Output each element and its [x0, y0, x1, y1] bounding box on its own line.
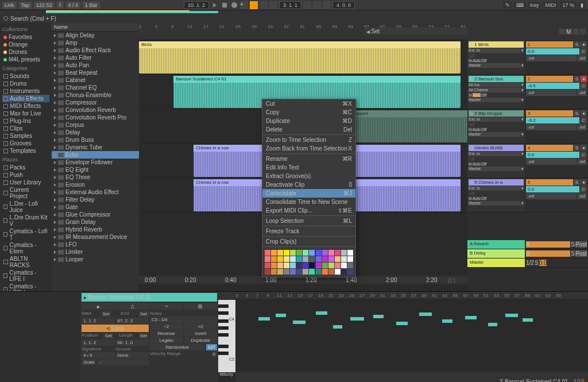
midi-note[interactable]: [442, 319, 452, 323]
randomize-value[interactable]: 127: [206, 344, 217, 350]
midi-ruler[interactable]: 3579111315171921232527293133353739414345…: [218, 292, 588, 300]
draw-mode-icon[interactable]: ✎: [503, 2, 512, 9]
browser-item[interactable]: Amp: [52, 39, 139, 47]
place-folder-5[interactable]: ABLTN RACKS: [2, 255, 49, 269]
beat-ruler[interactable]: 159131721252933374145495357616569737781 …: [139, 23, 467, 40]
place-folder-3[interactable]: Cymatics - Lofi T: [2, 227, 49, 241]
collection-drones[interactable]: Drones: [2, 48, 49, 56]
half-time-button[interactable]: ÷2: [150, 323, 183, 330]
browser-item[interactable]: Convolution Reverb: [52, 106, 139, 114]
browser-item[interactable]: Grain Delay: [52, 218, 139, 226]
place-folder-6[interactable]: Cymatics - LIFE I: [2, 269, 49, 283]
mixer-track-1[interactable]: ⊙ 1 BirdsExt. In▾1/2InAutoOffMaster▾1S●0…: [467, 40, 588, 75]
browser-item[interactable]: Beat Repeat: [52, 69, 139, 76]
loop-switch-icon[interactable]: [313, 1, 321, 9]
category-instruments[interactable]: Instruments: [2, 87, 49, 95]
menu-item[interactable]: Export MIDI Clip...⇧⌘E: [262, 206, 355, 215]
randomize-button[interactable]: Randomize: [150, 344, 205, 350]
menu-item[interactable]: Cut⌘X: [262, 99, 355, 108]
metronome-icon[interactable]: ⦀: [57, 1, 64, 9]
quantize-menu[interactable]: 1 Bar: [83, 2, 100, 9]
menu-item[interactable]: Freeze Track: [262, 227, 355, 236]
velocity-range-value[interactable]: 0: [211, 351, 217, 357]
category-templates[interactable]: Templates: [2, 147, 49, 155]
menu-item[interactable]: DeleteDel: [262, 125, 355, 134]
stop-button[interactable]: [220, 1, 229, 9]
place-current-project[interactable]: Current Project: [2, 186, 49, 200]
clip-title[interactable]: ▸ Bansuri Sustained C4 01: [82, 293, 217, 302]
play-button[interactable]: [211, 1, 219, 9]
computer-keyboard-icon[interactable]: ⌨: [514, 2, 526, 9]
color-picker[interactable]: [262, 248, 355, 277]
midi-note[interactable]: [276, 314, 286, 317]
midi-note[interactable]: [488, 323, 497, 326]
category-plug-ins[interactable]: Plug-Ins: [2, 117, 49, 125]
time-signature[interactable]: 4 / 4: [66, 2, 81, 9]
menu-item[interactable]: Duplicate⌘D: [262, 117, 355, 125]
arrangement-position[interactable]: 10. 1. 2: [184, 1, 209, 9]
collection-favorites[interactable]: Favorites: [2, 33, 49, 41]
midi-note[interactable]: [419, 312, 432, 316]
browser-item[interactable]: Compressor: [52, 99, 139, 106]
place-push[interactable]: Push: [2, 171, 49, 179]
category-audio-effects[interactable]: Audio Effects: [2, 95, 49, 102]
loop-start[interactable]: 3. 1. 1: [279, 1, 301, 9]
link-button[interactable]: Link: [2, 2, 17, 9]
browser-name-header[interactable]: Name: [52, 23, 139, 32]
place-folder-1[interactable]: L.Dre - Lofi Juice: [2, 200, 49, 214]
browser-item[interactable]: Echo: [52, 151, 139, 159]
mixer-track-3[interactable]: ⊙ 3 Blip DroppeExt. In▾1/2InAutoOffMaste…: [467, 109, 588, 144]
mixer-track-4[interactable]: ⊙ chimes BUBBExt. In▾1/2InAutoOffMaster▾…: [467, 144, 588, 178]
browser-item[interactable]: Drum Buss: [52, 136, 139, 144]
midi-note[interactable]: [396, 322, 408, 325]
midi-note[interactable]: [293, 321, 305, 324]
signature-value[interactable]: 4 / 4: [82, 352, 115, 358]
menu-item[interactable]: Copy⌘C: [262, 108, 355, 117]
loop-length[interactable]: 4. 0. 0: [332, 1, 355, 9]
grid-resolution[interactable]: 1/16: [574, 379, 585, 382]
browser-item[interactable]: Glue Compressor: [52, 211, 139, 218]
loop-position[interactable]: 1. 1. 2: [82, 339, 115, 346]
collection-orange[interactable]: Orange: [2, 41, 49, 48]
browser-item[interactable]: Dynamic Tube: [52, 144, 139, 151]
invert-button[interactable]: Invert: [184, 330, 218, 337]
midi-note[interactable]: [465, 316, 477, 319]
browser-search[interactable]: Search (Cmd + F): [0, 14, 588, 23]
menu-item[interactable]: Edit Info Text: [262, 163, 355, 172]
browser-item[interactable]: Align Delay: [52, 32, 139, 39]
midi-note[interactable]: [505, 314, 518, 317]
midi-note[interactable]: [258, 317, 270, 321]
set-end-button[interactable]: Set: [138, 311, 149, 317]
category-clips[interactable]: Clips: [2, 125, 49, 132]
place-folder-2[interactable]: L.Dre Drum Kit V: [2, 214, 49, 227]
piano-roll-keys[interactable]: C4 C3: [218, 300, 235, 372]
menu-item[interactable]: Zoom Back from Time SelectionX: [262, 144, 355, 153]
place-packs[interactable]: Packs: [2, 164, 49, 171]
browser-item[interactable]: Corpus: [52, 121, 139, 129]
clip-tab-2[interactable]: ♫: [115, 303, 149, 310]
category-drums[interactable]: Drums: [2, 80, 49, 87]
place-folder-7[interactable]: Cymatics - LIFE /: [2, 283, 49, 291]
arrangement-overview[interactable]: [0, 10, 588, 14]
browser-item[interactable]: Convolution Reverb Pro: [52, 114, 139, 121]
browser-item[interactable]: Channel EQ: [52, 84, 139, 91]
browser-item[interactable]: LFO: [52, 241, 139, 248]
return-b[interactable]: B Delay BSPost: [467, 249, 588, 258]
menu-item[interactable]: Deactivate Clip0: [262, 180, 355, 189]
browser-item[interactable]: Hybrid Reverb: [52, 226, 139, 233]
place-user-library[interactable]: User Library: [2, 179, 49, 186]
browser-item[interactable]: Audio Effect Rack: [52, 47, 139, 54]
clip-tab-4[interactable]: ⚙: [184, 303, 217, 310]
browser-item[interactable]: Auto Filter: [52, 54, 139, 61]
midi-note[interactable]: [350, 317, 364, 321]
browser-item[interactable]: Chorus-Ensemble: [52, 91, 139, 99]
groove-value[interactable]: None: [116, 352, 149, 358]
master-track[interactable]: Master 1/2S0.0: [467, 258, 588, 268]
midi-map-button[interactable]: MIDI: [543, 2, 558, 9]
browser-item[interactable]: Limiter: [52, 248, 139, 256]
return-a[interactable]: A Reverb ASPost: [467, 240, 588, 249]
record-button[interactable]: [230, 1, 238, 9]
clip-birds[interactable]: Birds: [139, 41, 461, 74]
menu-item[interactable]: Extract Groove(s): [262, 172, 355, 180]
browser-item[interactable]: Looper: [52, 256, 139, 263]
